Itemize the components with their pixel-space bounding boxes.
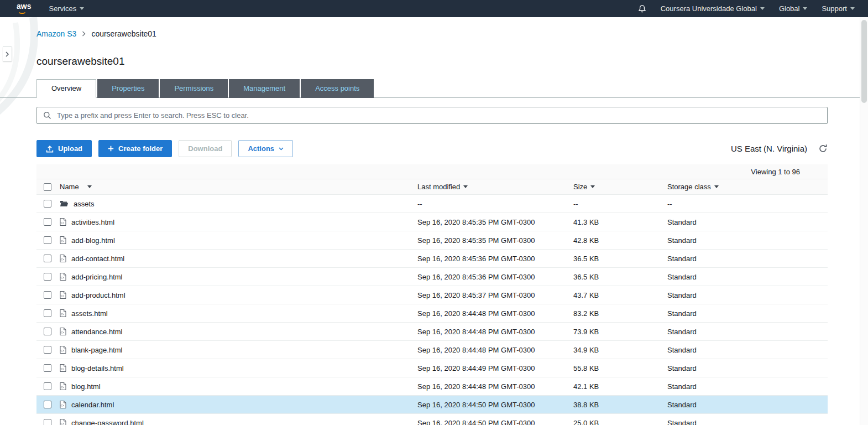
table-row[interactable]: blank-page.html Sep 16, 2020 8:44:48 PM … bbox=[36, 341, 828, 359]
object-name-link[interactable]: blank-page.html bbox=[71, 346, 123, 354]
column-header-size[interactable]: Size bbox=[573, 183, 667, 191]
file-icon bbox=[60, 291, 66, 299]
row-checkbox[interactable] bbox=[44, 309, 51, 317]
download-button[interactable]: Download bbox=[179, 140, 232, 157]
row-checkbox[interactable] bbox=[44, 255, 51, 262]
object-last-modified: Sep 16, 2020 8:44:50 PM GMT-0300 bbox=[417, 401, 573, 409]
aws-top-nav: aws Services Coursera Universidade Globa… bbox=[0, 0, 868, 17]
object-last-modified: Sep 16, 2020 8:44:50 PM GMT-0300 bbox=[417, 419, 573, 425]
object-size: -- bbox=[573, 200, 667, 208]
aws-logo[interactable]: aws bbox=[17, 3, 31, 14]
tab-permissions[interactable]: Permissions bbox=[160, 79, 228, 98]
table-row[interactable]: add-contact.html Sep 16, 2020 8:45:36 PM… bbox=[36, 250, 828, 268]
row-checkbox[interactable] bbox=[44, 273, 51, 281]
object-storage-class: Standard bbox=[667, 346, 828, 354]
object-last-modified: Sep 16, 2020 8:45:37 PM GMT-0300 bbox=[417, 291, 573, 299]
actions-button[interactable]: Actions bbox=[238, 140, 293, 157]
column-header-name[interactable]: Name bbox=[60, 183, 417, 191]
table-row[interactable]: add-pricing.html Sep 16, 2020 8:45:36 PM… bbox=[36, 268, 828, 286]
object-name-link[interactable]: add-blog.html bbox=[71, 236, 115, 245]
breadcrumb-current-bucket: courserawebsite01 bbox=[91, 29, 156, 38]
row-checkbox[interactable] bbox=[44, 236, 51, 244]
sort-caret-icon bbox=[590, 185, 595, 188]
upload-icon bbox=[46, 145, 54, 153]
table-row[interactable]: attendance.html Sep 16, 2020 8:44:48 PM … bbox=[36, 323, 828, 341]
search-input[interactable] bbox=[36, 107, 828, 124]
scrollbar-thumb[interactable] bbox=[861, 20, 867, 103]
object-last-modified: Sep 16, 2020 8:45:36 PM GMT-0300 bbox=[417, 255, 573, 263]
file-icon bbox=[60, 255, 66, 262]
table-row[interactable]: activities.html Sep 16, 2020 8:45:35 PM … bbox=[36, 213, 828, 231]
search-icon bbox=[43, 111, 51, 120]
column-header-storage-class-label: Storage class bbox=[667, 183, 711, 191]
table-row[interactable]: blog.html Sep 16, 2020 8:44:48 PM GMT-03… bbox=[36, 377, 828, 396]
table-row[interactable]: add-blog.html Sep 16, 2020 8:45:35 PM GM… bbox=[36, 231, 828, 250]
column-header-size-label: Size bbox=[573, 183, 587, 191]
column-header-last-modified[interactable]: Last modified bbox=[417, 183, 573, 191]
table-row[interactable]: assets.html Sep 16, 2020 8:44:48 PM GMT-… bbox=[36, 304, 828, 323]
object-storage-class: Standard bbox=[667, 218, 828, 226]
table-row[interactable]: calendar.html Sep 16, 2020 8:44:50 PM GM… bbox=[36, 396, 828, 414]
object-name-link[interactable]: attendance.html bbox=[71, 328, 123, 336]
object-name-link[interactable]: blog.html bbox=[71, 382, 101, 391]
services-menu[interactable]: Services bbox=[49, 4, 84, 13]
object-storage-class: Standard bbox=[667, 401, 828, 409]
object-name-link[interactable]: add-pricing.html bbox=[71, 273, 123, 281]
sort-caret-icon bbox=[714, 185, 719, 188]
table-row[interactable]: assets -- -- -- bbox=[36, 195, 828, 213]
object-size: 36.5 KB bbox=[573, 255, 667, 263]
chevron-down-icon bbox=[760, 7, 765, 10]
create-folder-button[interactable]: Create folder bbox=[98, 140, 172, 157]
sort-caret-icon bbox=[463, 185, 468, 188]
file-icon bbox=[60, 401, 66, 408]
objects-table: Viewing 1 to 96 Name Last modified Size bbox=[36, 164, 828, 425]
upload-button-label: Upload bbox=[58, 144, 82, 153]
sidebar-expand-button[interactable] bbox=[3, 46, 12, 61]
column-header-storage-class[interactable]: Storage class bbox=[667, 183, 828, 191]
row-checkbox[interactable] bbox=[44, 364, 51, 372]
viewing-bar: Viewing 1 to 96 bbox=[36, 164, 828, 179]
row-checkbox[interactable] bbox=[44, 346, 51, 354]
object-storage-class: Standard bbox=[667, 364, 828, 372]
object-storage-class: -- bbox=[667, 200, 828, 208]
object-name-link[interactable]: assets bbox=[74, 200, 95, 208]
row-checkbox[interactable] bbox=[44, 382, 51, 390]
support-menu[interactable]: Support bbox=[822, 4, 855, 13]
sort-caret-icon bbox=[87, 185, 92, 188]
row-checkbox[interactable] bbox=[44, 419, 51, 425]
object-size: 41.3 KB bbox=[573, 218, 667, 226]
object-name-link[interactable]: activities.html bbox=[71, 218, 114, 226]
table-header: Name Last modified Size Storage class bbox=[36, 179, 828, 195]
object-name-link[interactable]: calendar.html bbox=[71, 401, 114, 409]
row-checkbox[interactable] bbox=[44, 218, 51, 226]
row-checkbox[interactable] bbox=[44, 328, 51, 335]
account-menu[interactable]: Coursera Universidade Global bbox=[661, 4, 765, 13]
object-storage-class: Standard bbox=[667, 309, 828, 318]
file-icon bbox=[60, 382, 66, 390]
object-name-link[interactable]: add-contact.html bbox=[71, 255, 124, 263]
refresh-icon[interactable] bbox=[818, 144, 828, 153]
upload-button[interactable]: Upload bbox=[36, 140, 92, 157]
row-checkbox[interactable] bbox=[44, 401, 51, 408]
object-size: 34.9 KB bbox=[573, 346, 667, 354]
tab-access-points[interactable]: Access points bbox=[301, 79, 374, 98]
region-menu[interactable]: Global bbox=[779, 4, 808, 13]
object-name-link[interactable]: change-password.html bbox=[71, 419, 144, 425]
object-storage-class: Standard bbox=[667, 291, 828, 299]
object-name-link[interactable]: assets.html bbox=[71, 309, 108, 318]
object-name-link[interactable]: add-product.html bbox=[71, 291, 126, 299]
select-all-checkbox[interactable] bbox=[44, 183, 51, 191]
tab-management[interactable]: Management bbox=[229, 79, 300, 98]
row-checkbox[interactable] bbox=[44, 291, 51, 299]
object-name-link[interactable]: blog-details.html bbox=[71, 364, 124, 372]
scrollbar[interactable] bbox=[860, 17, 868, 425]
notifications-bell-icon[interactable] bbox=[638, 4, 646, 13]
table-row[interactable]: add-product.html Sep 16, 2020 8:45:37 PM… bbox=[36, 286, 828, 304]
table-row[interactable]: change-password.html Sep 16, 2020 8:44:5… bbox=[36, 414, 828, 425]
row-checkbox[interactable] bbox=[44, 200, 51, 208]
tab-overview[interactable]: Overview bbox=[36, 79, 96, 98]
tab-properties[interactable]: Properties bbox=[97, 79, 159, 98]
table-row[interactable]: blog-details.html Sep 16, 2020 8:44:49 P… bbox=[36, 359, 828, 377]
breadcrumb-amazon-s3-link[interactable]: Amazon S3 bbox=[36, 29, 76, 38]
file-icon bbox=[60, 236, 66, 244]
